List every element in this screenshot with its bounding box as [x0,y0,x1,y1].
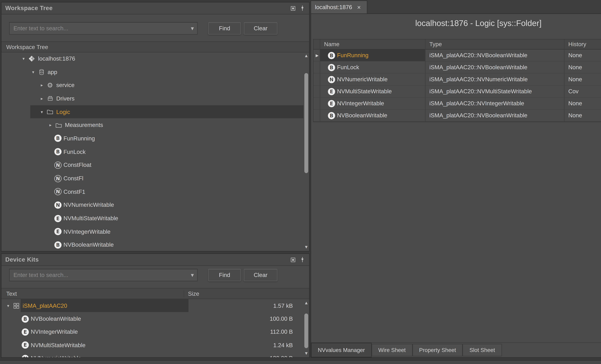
chevron-down-icon[interactable]: ▾ [4,303,12,308]
table-cell-name[interactable]: B FunLock [320,61,426,74]
tree-item-nvintegerwritable[interactable]: E NVIntegerWritable [1,225,303,238]
scroll-down-icon[interactable]: ▼ [303,352,309,355]
kit-row-isma-plataac20[interactable]: ▾ iSMA_platAAC20 1.57 kB [1,299,303,312]
tab-label: localhost:1876 [315,4,352,10]
scroll-up-icon[interactable]: ▲ [303,301,309,305]
numeric-badge-icon: N [54,188,61,195]
tree-item-funrunning[interactable]: B FunRunning [1,132,303,145]
clear-button[interactable]: Clear [244,269,277,281]
restore-window-icon[interactable] [290,5,296,11]
table-header-name[interactable]: Name [320,40,426,50]
table-cell-history[interactable]: None [564,74,601,86]
search-dropdown-icon[interactable]: ▼ [191,273,194,277]
tree-item-nvmultistatewritable[interactable]: E NVMultiStateWritable [1,212,303,225]
search-dropdown-icon[interactable]: ▼ [191,26,194,31]
workspace-tree-panel: Workspace Tree ▼ Find Clear [1,2,310,252]
tree-item-constfloat[interactable]: N ConstFloat [1,158,303,172]
tree-item-localhost[interactable]: ▾ localhost:1876 [1,52,303,65]
table-cell-type[interactable]: iSMA_platAAC20::NVNumericWritable [426,74,564,86]
tab-wire-sheet[interactable]: Wire Sheet [371,344,412,356]
kit-row-nvnumericwritable[interactable]: N NVNumericWritable 120.00 B [1,352,303,357]
table-cell-history[interactable]: Cov [564,86,601,98]
restore-window-icon[interactable] [290,257,296,263]
kit-grid-icon [12,302,21,310]
chevron-right-icon[interactable]: ▸ [38,96,46,101]
scroll-up-icon[interactable]: ▲ [303,54,309,58]
tree-item-app[interactable]: ▾ app [1,65,303,79]
clear-button[interactable]: Clear [244,22,277,35]
cell-text: NVBooleanWritable [337,112,387,119]
row-selector: ▶ [313,50,320,61]
workspace-tree-scrollbar[interactable]: ▲ ▼ [303,52,309,251]
table-cell-history[interactable]: None [564,61,601,74]
table-cell-history[interactable]: None [564,110,601,122]
table-cell-name[interactable]: B NVBooleanWritable [320,110,426,122]
chevron-down-icon[interactable]: ▾ [29,70,37,74]
tree-item-nvnumericwritable[interactable]: N NVNumericWritable [1,198,303,212]
panel-title: Workspace Tree [5,5,53,11]
scroll-down-icon[interactable]: ▼ [303,245,309,249]
tree-item-constf1[interactable]: N ConstF1 [1,185,303,199]
tree-item-label: Measurements [65,122,103,129]
main-tab-bar: localhost:1876 ✕ + [311,0,601,13]
search-input[interactable] [9,22,198,35]
close-icon[interactable]: ✕ [357,5,361,10]
row-selector [313,110,320,122]
tree-item-label: Logic [56,108,70,115]
folder-icon [46,108,54,116]
kit-row-nvbooleanwritable[interactable]: B NVBooleanWritable 100.00 B [1,312,303,325]
tab-nvvalues-manager[interactable]: NVvalues Manager [311,343,371,357]
device-kits-scrollbar[interactable]: ▲ ▼ [303,299,309,357]
boolean-badge-icon: B [328,52,335,59]
chevron-right-icon[interactable]: ▸ [38,83,46,88]
boolean-badge-icon: B [22,315,29,323]
table-cell-history[interactable]: None [564,50,601,61]
kit-row-nvmultistatewritable[interactable]: E NVMultiStateWritable 1.24 kB [1,339,303,352]
tree-item-measurements[interactable]: ▸ Measurements [1,119,303,132]
scrollbar-thumb[interactable] [304,73,308,173]
table-cell-name[interactable]: N NVNumericWritable [320,74,426,86]
table-header-type[interactable]: Type [426,40,564,50]
cell-text: FunRunning [337,52,369,59]
tab-localhost-1876[interactable]: localhost:1876 ✕ [311,0,367,13]
table-cell-type[interactable]: iSMA_platAAC20::NVBooleanWritable [426,50,564,61]
row-selector [313,61,320,74]
table-cell-name[interactable]: E NVMultiStateWritable [320,86,426,98]
tree-item-drivers[interactable]: ▸ Drivers [1,92,303,105]
chevron-down-icon[interactable]: ▾ [20,56,27,61]
workspace-tree-header: Workspace Tree [1,2,309,14]
pin-icon[interactable] [300,257,305,263]
tree-item-nvbooleanwritable[interactable]: B NVBooleanWritable [1,238,303,251]
row-selector [313,74,320,86]
table-cell-name[interactable]: E NVIntegerWritable [320,98,426,110]
row-selector [313,98,320,110]
table-header-history[interactable]: History [564,40,601,50]
find-button[interactable]: Find [208,22,241,35]
device-kits-list: ▾ iSMA_platAAC20 1.57 kB B NVBooleanWrit… [1,299,303,357]
table-cell-type[interactable]: iSMA_platAAC20::NVIntegerWritable [426,98,564,110]
tree-item-service[interactable]: ▸ ⚙ service [1,79,303,92]
tree-item-logic[interactable]: ▾ Logic [1,105,303,119]
bottom-docked-panel-edge [0,360,601,364]
row-selector [313,86,320,98]
scrollbar-thumb[interactable] [304,313,308,348]
table-cell-type[interactable]: iSMA_platAAC20::NVMultiStateWritable [426,86,564,98]
chevron-right-icon[interactable]: ▸ [47,123,54,128]
table-cell-name[interactable]: B FunRunning [320,50,426,61]
tab-slot-sheet[interactable]: Slot Sheet [463,344,502,356]
find-button[interactable]: Find [208,269,241,281]
tree-item-funlock[interactable]: B FunLock [1,145,303,158]
table-cell-type[interactable]: iSMA_platAAC20::NVBooleanWritable [426,61,564,74]
table-cell-history[interactable]: None [564,98,601,110]
numeric-badge-icon: N [54,175,61,182]
table-cell-type[interactable]: iSMA_platAAC20::NVBooleanWritable [426,110,564,122]
server-icon [27,55,36,62]
application-window: Workspace Tree ▼ Find Clear [0,0,601,364]
tree-item-constfl[interactable]: N ConstFl [1,172,303,185]
tab-property-sheet[interactable]: Property Sheet [412,344,463,356]
search-input[interactable] [9,269,198,281]
tree-item-label: FunRunning [63,135,95,142]
kit-row-nvintegerwritable[interactable]: E NVIntegerWritable 112.00 B [1,325,303,339]
chevron-down-icon[interactable]: ▾ [38,109,46,114]
pin-icon[interactable] [300,5,305,11]
